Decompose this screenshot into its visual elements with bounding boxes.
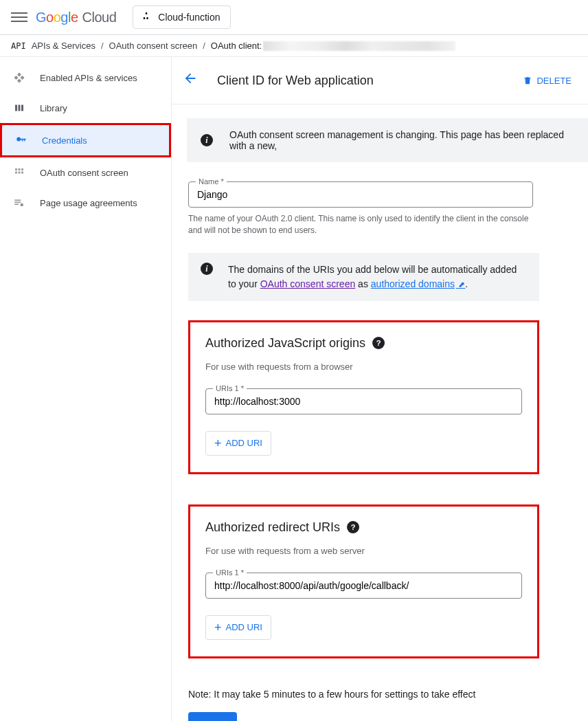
js-origins-title: Authorized JavaScript origins [205,336,365,351]
sidebar-item-library[interactable]: Library [0,93,171,123]
name-label: Name * [196,177,227,186]
save-note: Note: It may take 5 minutes to a few hou… [188,689,573,700]
breadcrumb-current[interactable]: OAuth client: [211,41,262,51]
oauth-consent-link[interactable]: OAuth consent screen [260,278,356,289]
js-origins-subtitle: For use with requests from a browser [205,362,522,372]
consent-icon [12,166,26,179]
sidebar-item-label: Enabled APIs & services [40,73,137,83]
save-button[interactable]: SAVE [188,712,237,721]
api-badge: API [11,41,26,51]
project-selector[interactable]: Cloud-function [133,5,230,29]
sidebar-item-label: Library [40,103,67,113]
js-uri-input[interactable] [206,389,521,414]
hamburger-menu-icon[interactable] [11,9,27,25]
info-icon: i [201,134,213,146]
cloud-label: Cloud [82,10,117,25]
redirect-uri-label: URIs 1 * [213,568,247,577]
list-gear-icon [12,196,26,210]
add-uri-button[interactable]: + ADD URI [205,431,271,456]
sidebar-item-enabled-apis[interactable]: Enabled APIs & services [0,63,171,93]
help-icon[interactable]: ? [347,521,359,533]
plus-icon: + [214,621,222,634]
sidebar-item-credentials[interactable]: Credentials [0,123,171,157]
redirect-title: Authorized redirect URIs [205,520,340,535]
sidebar-item-oauth-consent[interactable]: OAuth consent screen [0,157,171,188]
help-icon[interactable]: ? [372,337,385,349]
breadcrumb-apis[interactable]: APIs & Services [32,41,95,51]
info-banner: i OAuth consent screen management is cha… [187,118,588,162]
back-arrow-icon[interactable] [183,71,198,90]
name-help-text: The name of your OAuth 2.0 client. This … [188,213,532,236]
library-icon [12,101,26,115]
project-icon [143,12,152,22]
form-actions: SAVE CANCEL [188,712,588,721]
breadcrumb-redacted [263,41,455,51]
diamond-icon [12,71,26,85]
page-title: Client ID for Web application [217,74,504,88]
page-header: Client ID for Web application DELETE [172,57,588,104]
sidebar: Enabled APIs & services Library Credenti… [0,57,172,721]
breadcrumb-consent[interactable]: OAuth consent screen [109,41,198,51]
name-field: Name * The name of your OAuth 2.0 client… [188,181,533,236]
js-origins-section: Authorized JavaScript origins ? For use … [188,320,539,474]
redirect-uri-input[interactable] [206,573,521,598]
sidebar-item-label: Page usage agreements [40,198,137,208]
main-content: Client ID for Web application DELETE i O… [172,57,588,721]
authorized-domains-link[interactable]: authorized domains ⬈ [371,278,466,289]
delete-button[interactable]: DELETE [523,75,572,86]
sidebar-item-page-usage[interactable]: Page usage agreements [0,188,171,218]
top-bar: Google Cloud Cloud-function [0,0,588,34]
cancel-button[interactable]: CANCEL [249,719,287,721]
domain-info-box: i The domains of the URIs you add below … [188,253,539,301]
redirect-subtitle: For use with requests from a web server [205,546,522,556]
info-icon: i [201,263,213,275]
external-link-icon: ⬈ [456,280,465,289]
sidebar-item-label: Credentials [42,135,87,146]
redirect-uris-section: Authorized redirect URIs ? For use with … [188,504,539,658]
add-uri-button[interactable]: + ADD URI [205,615,271,640]
google-cloud-logo[interactable]: Google Cloud [36,10,116,25]
name-input[interactable] [189,182,532,207]
breadcrumb: API APIs & Services / OAuth consent scre… [0,34,588,57]
plus-icon: + [214,437,222,450]
sidebar-item-label: OAuth consent screen [40,168,128,178]
project-name: Cloud-function [158,12,220,23]
banner-text: OAuth consent screen management is chang… [229,129,574,151]
trash-icon [523,75,532,86]
js-uri-label: URIs 1 * [213,384,247,392]
key-icon [14,133,28,147]
